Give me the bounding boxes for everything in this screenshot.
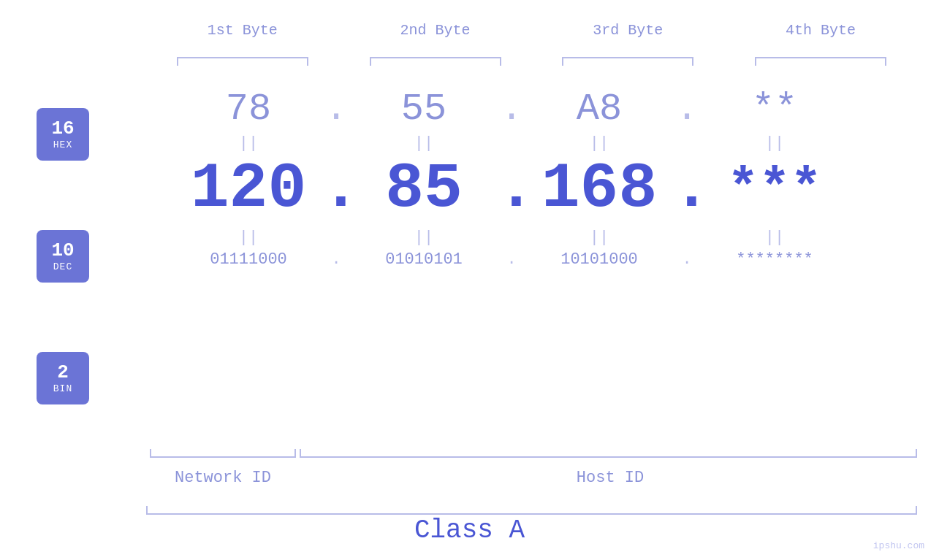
col-header-1: 1st Byte	[170, 22, 316, 39]
network-bracket	[150, 456, 296, 458]
col-header-4: 4th Byte	[748, 22, 894, 39]
dec-row: 120 . 85 . 168 . ***	[175, 153, 924, 225]
col-header-3: 3rd Byte	[555, 22, 701, 39]
network-id-label: Network ID	[146, 469, 300, 487]
dec-sep-2: .	[497, 153, 526, 225]
bracket-4	[755, 57, 886, 58]
top-brackets	[146, 57, 917, 58]
eq2-3: ||	[526, 229, 672, 247]
id-labels: Network ID Host ID	[146, 469, 917, 487]
bin-byte-4: ********	[702, 250, 848, 269]
dec-sep-3: .	[672, 153, 702, 225]
col-header-2: 2nd Byte	[362, 22, 509, 39]
host-bracket	[300, 456, 917, 458]
watermark: ipshu.com	[873, 540, 924, 551]
eq1-3: ||	[526, 134, 672, 153]
hex-byte-4: **	[702, 88, 848, 131]
bin-sep-3: .	[672, 250, 702, 269]
full-bracket	[146, 513, 917, 515]
eq2-1: ||	[175, 229, 322, 247]
content-grid: 78 . 55 . A8 . ** || || || || 120 . 85 .…	[113, 88, 924, 269]
dec-badge: 10 DEC	[37, 230, 89, 283]
bin-byte-1: 01111000	[175, 250, 322, 269]
hex-byte-1: 78	[175, 88, 322, 131]
bin-byte-3: 10101000	[526, 250, 672, 269]
eq1-2: ||	[351, 134, 497, 153]
dec-byte-1: 120	[175, 153, 322, 225]
equals-row-2: || || || ||	[175, 229, 924, 247]
bin-row: 01111000 . 01010101 . 10101000 . *******…	[175, 250, 924, 269]
eq2-4: ||	[702, 229, 848, 247]
bracket-3	[562, 57, 693, 58]
bin-name: BIN	[53, 383, 72, 394]
bracket-2	[370, 57, 501, 58]
bottom-brackets	[146, 456, 917, 458]
bin-byte-2: 01010101	[351, 250, 497, 269]
main-container: 16 HEX 10 DEC 2 BIN 1st Byte 2nd Byte 3r…	[0, 0, 939, 560]
hex-sep-1: .	[322, 88, 351, 131]
bracket-1	[177, 57, 308, 58]
bin-sep-2: .	[497, 250, 526, 269]
dec-sep-1: .	[322, 153, 351, 225]
equals-row-1: || || || ||	[175, 134, 924, 153]
column-headers: 1st Byte 2nd Byte 3rd Byte 4th Byte	[146, 22, 917, 39]
hex-sep-3: .	[672, 88, 702, 131]
eq1-4: ||	[702, 134, 848, 153]
dec-byte-2: 85	[351, 153, 497, 225]
eq1-1: ||	[175, 134, 322, 153]
dec-byte-4: ***	[702, 159, 848, 219]
dec-name: DEC	[53, 261, 72, 272]
hex-row: 78 . 55 . A8 . **	[175, 88, 924, 131]
hex-byte-3: A8	[526, 88, 672, 131]
eq2-2: ||	[351, 229, 497, 247]
dec-byte-3: 168	[526, 153, 672, 225]
bin-number: 2	[57, 362, 69, 383]
class-label: Class A	[414, 515, 525, 545]
hex-byte-2: 55	[351, 88, 497, 131]
host-id-label: Host ID	[303, 469, 917, 487]
hex-number: 16	[51, 118, 74, 139]
hex-name: HEX	[53, 139, 72, 150]
bin-sep-1: .	[322, 250, 351, 269]
dec-number: 10	[51, 240, 74, 261]
base-labels: 16 HEX 10 DEC 2 BIN	[37, 108, 89, 404]
hex-sep-2: .	[497, 88, 526, 131]
bin-badge: 2 BIN	[37, 352, 89, 404]
hex-badge: 16 HEX	[37, 108, 89, 161]
